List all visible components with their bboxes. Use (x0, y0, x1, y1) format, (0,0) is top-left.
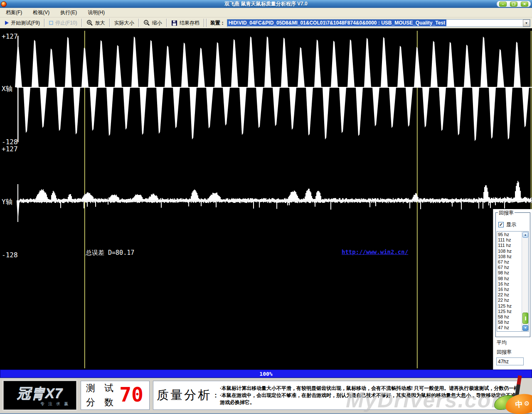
show-checkbox-label: 显示 (506, 221, 516, 228)
stop-icon (49, 21, 53, 25)
window-controls: – ❐ ✕ (497, 1, 531, 7)
quality-analysis-title: 质量分析 (157, 387, 212, 404)
rate-list-item[interactable]: 95 hz (498, 232, 521, 237)
analysis-line: ·本鼠在游戏中，会出现定位不够准，在射击游戏时，别认为是自己技术不够好，其实是因… (220, 392, 518, 399)
quality-analysis-text: ·本鼠标计算出移动量大小不平滑，有较明显锯齿状出现，鼠标移动，会有不流畅抖动感!… (220, 385, 518, 406)
toolbar-separator (138, 19, 139, 27)
save-results-button[interactable]: 结果存档 (168, 18, 203, 28)
rate-list-item[interactable]: 16 hz (498, 281, 521, 287)
show-checkbox[interactable]: ✓ (498, 222, 504, 227)
average-label-line1: 平均 (497, 339, 507, 346)
save-results-label: 结果存档 (180, 20, 200, 27)
website-link[interactable]: http://www.win2.cn/ (342, 249, 408, 255)
progress-label: 100% (259, 371, 272, 377)
brand-logo-slogan: 专注求赢 (40, 401, 72, 407)
scroll-up-button[interactable]: ▲ (522, 232, 528, 238)
stop-button[interactable]: 停止(F10) (46, 18, 81, 28)
rate-list-item[interactable]: 111 hz (498, 243, 521, 248)
report-rate-rows: 95 hz111 hz111 hz108 hz108 hz67 hz67 hz9… (498, 232, 521, 331)
play-icon (5, 21, 9, 25)
menu-item[interactable]: 档案(F) (2, 8, 25, 17)
zoom-in-button[interactable]: 放大 (83, 18, 108, 28)
score-label-line2: 分 数 (86, 396, 117, 409)
zoom-in-icon (86, 20, 93, 26)
y-axis-max-label: +127 (2, 145, 18, 153)
toolbar-separator (204, 19, 204, 27)
start-test-label: 开始测试(F9) (11, 20, 40, 27)
chevron-down-icon[interactable]: ▼ (523, 20, 530, 27)
rate-list-item[interactable]: 108 hz (498, 254, 521, 259)
menu-bar: 档案(F)检视(V)执行(E)说明(H) (0, 8, 532, 17)
progress-bar: 100% (0, 370, 532, 378)
rate-list-item[interactable]: 58 hz (498, 314, 521, 320)
show-checkbox-row[interactable]: ✓ 显示 (498, 221, 516, 228)
rate-list-item[interactable]: 16 hz (498, 287, 521, 292)
scroll-thumb[interactable] (522, 313, 528, 324)
rate-list-item[interactable]: 58 hz (498, 320, 521, 325)
toolbar-separator (206, 19, 207, 27)
window-title: 双飞燕 鼠青天鼠标质量分析程序 V7.0 (0, 0, 532, 7)
rate-list-item[interactable]: 98 hz (498, 270, 521, 276)
rate-list-item[interactable]: 22 hz (498, 292, 521, 298)
zoom-in-label: 放大 (95, 20, 105, 27)
analysis-line: ·本鼠标计算出移动量大小不平滑，有较明显锯齿状出现，鼠标移动，会有不流畅抖动感!… (220, 385, 518, 392)
rate-list-item[interactable]: 125 hz (498, 303, 521, 309)
brand-logo-main: 冠胄X7 (17, 384, 63, 403)
average-rate-field[interactable]: 47hz (496, 357, 524, 365)
report-rate-group-title: 回报率 (498, 209, 515, 217)
rate-list-scrollbar[interactable]: ▲ ▼ (522, 232, 528, 331)
restore-button[interactable]: ❐ (510, 2, 517, 7)
stop-label: 停止(F10) (55, 20, 77, 27)
rate-list-item[interactable]: 125 hz (498, 309, 521, 314)
menu-item[interactable]: 执行(E) (57, 8, 80, 17)
toolbar-separator (44, 19, 45, 27)
device-label: 装置： (210, 20, 225, 27)
total-error-text: 总误差 D=80.17 (86, 249, 134, 257)
menu-item[interactable]: 说明(H) (84, 8, 108, 17)
rate-list-item[interactable]: 98 hz (498, 276, 521, 281)
report-rate-group: 回报率 ✓ 显示 95 hz111 hz111 hz108 hz108 hz67… (495, 212, 530, 337)
close-button[interactable]: ✕ (521, 2, 528, 7)
gear-icon: ⚙ (524, 399, 530, 407)
floppy-icon (171, 20, 177, 26)
title-bar: 双飞燕 鼠青天鼠标质量分析程序 V7.0 – ❐ ✕ (0, 0, 532, 8)
y-axis-min-label: -128 (2, 251, 18, 259)
start-test-button[interactable]: 开始测试(F9) (2, 18, 43, 28)
score-labels: 测 试 分 数 (86, 382, 117, 409)
zoom-out-label: 缩小 (152, 20, 162, 27)
score-label-line1: 测 试 (86, 382, 117, 394)
rate-list-item[interactable]: 108 hz (498, 249, 521, 254)
menu-item[interactable]: 检视(V) (30, 8, 53, 17)
score-value: 70 (119, 383, 143, 406)
toolbar-separator (81, 19, 82, 27)
report-rate-list[interactable]: 95 hz111 hz111 hz108 hz108 hz67 hz67 hz9… (497, 231, 529, 332)
analysis-line: 游戏必换掉它。 (220, 399, 518, 406)
waveform-svg (0, 28, 532, 370)
plot-area: +127 X轴 -128 +127 Y轴 -128 总误差 D=80.17 ht… (0, 28, 532, 370)
device-value: HID\VID_04FC&PID_05D8&MI_01&COL01\7&1048… (227, 20, 446, 26)
rate-list-item[interactable]: 111 hz (498, 237, 521, 243)
device-combobox[interactable]: HID\VID_04FC&PID_05D8&MI_01&COL01\7&1048… (227, 19, 530, 27)
actual-size-label: 实际大小 (114, 20, 134, 27)
rate-list-item[interactable]: 47 hz (498, 325, 521, 330)
report-rate-panel: 回报率 ✓ 显示 95 hz111 hz111 hz108 hz108 hz67… (493, 209, 532, 370)
rate-list-item[interactable]: 67 hz (498, 265, 521, 270)
bottom-panel: 冠胄X7 专注求赢 测 试 分 数 70 质量分析 ： ·本鼠标计算出移动量大小… (0, 378, 532, 414)
zoom-out-icon (143, 20, 150, 26)
x-axis-max-label: +127 (2, 32, 18, 40)
brand-logo: 冠胄X7 专注求赢 (3, 381, 76, 410)
y-axis-label: Y轴 (2, 198, 12, 207)
rate-list-item[interactable]: 67 hz (498, 259, 521, 265)
toolbar-separator (109, 19, 110, 27)
zoom-out-button[interactable]: 缩小 (140, 18, 165, 28)
minimize-button[interactable]: – (499, 2, 507, 7)
actual-size-button[interactable]: 实际大小 (111, 18, 138, 28)
site-badge-char: 中 (515, 399, 523, 410)
rate-list-item[interactable]: 22 hz (498, 298, 521, 303)
average-label-line2: 回报率 (497, 349, 512, 356)
quality-analysis-colon: ： (212, 391, 219, 400)
quality-analysis-box: 质量分析 ： ·本鼠标计算出移动量大小不平滑，有较明显锯齿状出现，鼠标移动，会有… (153, 381, 518, 410)
score-box: 测 试 分 数 70 (81, 381, 150, 410)
scroll-down-button[interactable]: ▼ (522, 325, 528, 331)
toolbar: 开始测试(F9) 停止(F10) 放大 实际大小 缩小 (0, 17, 532, 28)
